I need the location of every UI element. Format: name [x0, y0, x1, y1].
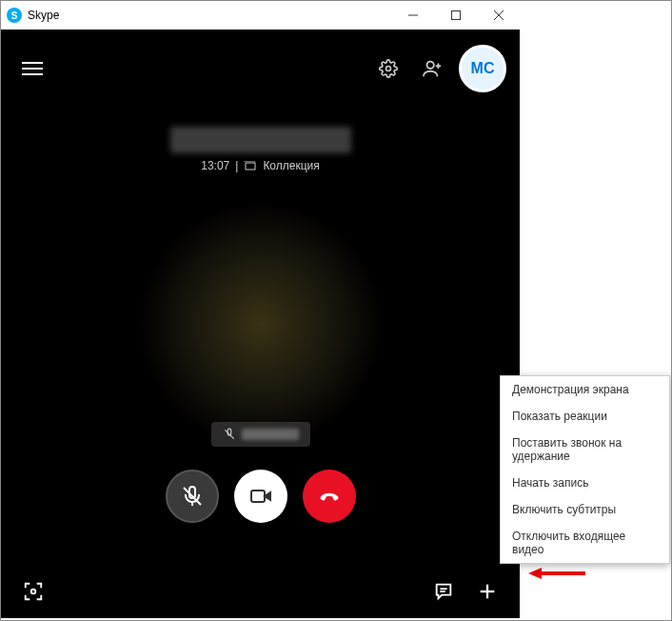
svg-point-8: [427, 62, 434, 69]
annotation-arrow-plus-button: [528, 566, 585, 581]
add-participant-button[interactable]: [415, 51, 449, 86]
bottom-bar: [1, 565, 520, 618]
svg-line-13: [225, 430, 233, 438]
more-actions-button[interactable]: [474, 578, 501, 605]
separator: |: [235, 159, 238, 172]
chat-button[interactable]: [430, 578, 457, 605]
avatar[interactable]: MC: [459, 45, 506, 92]
topbar-right: MC: [371, 45, 506, 92]
maximize-button[interactable]: [434, 1, 477, 30]
video-icon: [249, 485, 272, 508]
svg-point-18: [31, 590, 36, 594]
call-subinfo: 13:07 | Коллекция: [1, 159, 520, 172]
menu-item-hold[interactable]: Поставить звонок на удержание: [501, 430, 669, 470]
menu-item-start-recording[interactable]: Начать запись: [501, 470, 669, 496]
call-info: 13:07 | Коллекция: [1, 98, 520, 172]
menu-item-disable-incoming-video[interactable]: Отключить входящее видео: [501, 523, 669, 563]
video-button[interactable]: [234, 470, 287, 523]
skype-window: S Skype: [1, 1, 520, 618]
mute-mic-button[interactable]: [166, 470, 219, 523]
skype-logo-icon: S: [7, 8, 22, 23]
more-actions-menu: Демонстрация экрана Показать реакции Пос…: [500, 375, 670, 564]
menu-item-screen-share[interactable]: Демонстрация экрана: [501, 376, 669, 403]
close-button[interactable]: [477, 1, 520, 30]
call-area: MC 13:07 | Коллекция: [1, 30, 520, 618]
fullscreen-button[interactable]: [20, 578, 47, 605]
settings-button[interactable]: [371, 51, 405, 86]
hangup-button[interactable]: [303, 470, 356, 523]
call-topbar: MC: [1, 30, 520, 98]
mic-off-icon: [181, 485, 204, 508]
svg-rect-11: [246, 163, 255, 170]
remote-mute-indicator: [211, 422, 310, 447]
fullscreen-icon: [23, 581, 44, 602]
titlebar: S Skype: [1, 1, 520, 30]
plus-icon: [477, 581, 498, 602]
muted-name-blurred: [242, 429, 299, 440]
collection-icon: [244, 161, 257, 170]
window-title: Skype: [28, 9, 391, 22]
menu-item-subtitles[interactable]: Включить субтитры: [501, 496, 669, 523]
menu-item-reactions[interactable]: Показать реакции: [501, 403, 669, 430]
call-controls: [166, 470, 356, 523]
mic-muted-icon: [223, 428, 236, 441]
menu-hamburger-icon[interactable]: [18, 54, 47, 83]
svg-point-7: [386, 67, 391, 71]
contact-name-blurred: [170, 127, 351, 153]
window-controls: [391, 1, 520, 30]
svg-rect-16: [251, 491, 265, 502]
hangup-icon: [317, 484, 342, 509]
call-background-glow: [137, 200, 385, 448]
svg-marker-26: [528, 568, 542, 579]
call-time: 13:07: [201, 159, 229, 172]
minimize-button[interactable]: [391, 1, 434, 30]
svg-rect-1: [451, 11, 460, 20]
chat-icon: [433, 581, 454, 602]
collection-label: Коллекция: [263, 159, 319, 172]
